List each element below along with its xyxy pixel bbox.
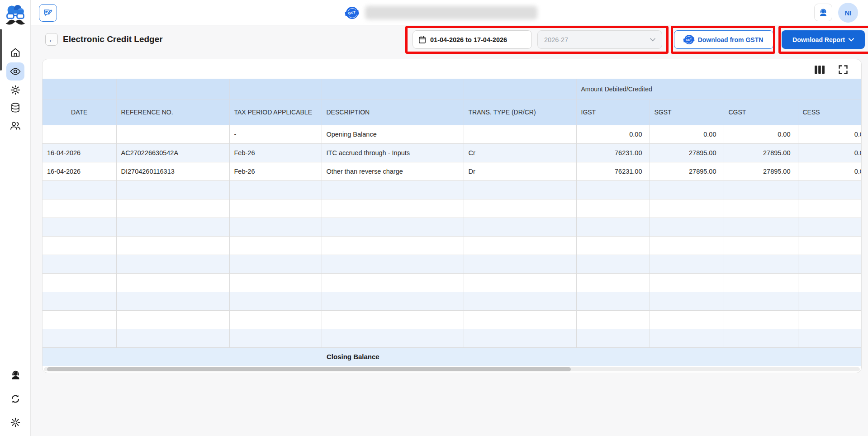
cell-cess: 0.00 (798, 125, 862, 144)
download-gstn-label: Download from GSTN (698, 36, 764, 43)
table-row[interactable]: 16-04-2026 DI2704260116313 Feb-26 Other … (43, 162, 862, 181)
table-row[interactable]: 16-04-2026 AC270226630542A Feb-26 ITC ac… (43, 144, 862, 162)
financial-year-value: 2026-27 (544, 36, 568, 43)
support-button[interactable] (814, 4, 832, 21)
chevron-down-icon (849, 38, 854, 42)
cell-sgst: 27895.00 (650, 162, 724, 181)
table-row[interactable]: - Opening Balance 0.00 0.00 0.00 0.00 (43, 125, 862, 144)
empty-row (43, 218, 862, 237)
cell-description: Opening Balance (322, 125, 464, 144)
sidebar-item-ledger-active[interactable] (6, 62, 24, 81)
columns-icon (815, 66, 825, 74)
cell-cess: 0.00 (798, 162, 862, 181)
horizontal-scrollbar (44, 367, 860, 371)
empty-row (43, 181, 862, 199)
back-button[interactable]: ← (45, 33, 58, 46)
ledger-table-wrapper: Amount Debited/Credited DATE REFERENCE N… (43, 79, 862, 368)
cell-date: 16-04-2026 (43, 162, 116, 181)
cell-date: 16-04-2026 (43, 144, 116, 162)
sidebar-item-settings[interactable] (6, 81, 24, 99)
horizontal-scrollbar-thumb[interactable] (47, 367, 571, 371)
empty-row (43, 199, 862, 218)
gear-icon (9, 84, 21, 96)
app-logo[interactable] (4, 3, 27, 28)
eye-icon (9, 66, 21, 77)
topbar: GST NI (31, 0, 868, 25)
col-cess[interactable]: CESS (798, 100, 862, 125)
cell-reference (116, 125, 229, 144)
empty-row (43, 255, 862, 274)
download-report-label: Download Report (792, 36, 845, 43)
download-from-gstn-button[interactable]: GST Download from GSTN (674, 30, 773, 49)
cell-igst: 0.00 (576, 125, 650, 144)
sidebar-item-users[interactable] (6, 117, 24, 135)
page-title: Electronic Credit Ledger (63, 34, 163, 44)
gst-badge-icon: GST (346, 7, 358, 19)
col-cgst[interactable]: CGST (724, 100, 798, 125)
cell-trans-type: Cr (464, 144, 576, 162)
group-header-row: Amount Debited/Credited (43, 79, 862, 100)
home-icon (9, 47, 21, 58)
cell-period: - (229, 125, 322, 144)
col-date[interactable]: DATE (43, 100, 116, 125)
calendar-icon (418, 36, 426, 44)
headset-person-icon (9, 369, 22, 381)
cell-igst: 76231.00 (576, 144, 650, 162)
column-settings-button[interactable] (814, 65, 825, 75)
cell-description: Other than reverse charge (322, 162, 464, 181)
sidebar-item-home[interactable] (6, 43, 24, 62)
col-igst[interactable]: IGST (576, 100, 650, 125)
financial-year-select[interactable]: 2026-27 (537, 30, 662, 49)
database-icon (9, 102, 21, 114)
cell-cgst: 27895.00 (724, 144, 798, 162)
cell-cgst: 27895.00 (724, 162, 798, 181)
col-description[interactable]: DESCRIPTION (322, 100, 464, 125)
column-header-row: DATE REFERENCE NO. TAX PERIOD APPLICABLE… (43, 100, 862, 125)
sidebar-item-sync[interactable] (6, 390, 24, 408)
sidebar-item-preferences[interactable] (6, 413, 24, 431)
empty-row (43, 329, 862, 348)
sidebar (0, 0, 31, 436)
sidebar-scrollbar[interactable] (0, 29, 2, 71)
sidebar-item-support[interactable] (6, 366, 24, 384)
download-report-button[interactable]: Download Report (782, 30, 865, 49)
headset-person-icon (818, 7, 829, 18)
chevron-down-icon (650, 38, 655, 42)
cell-period: Feb-26 (229, 162, 322, 181)
sidebar-item-data[interactable] (6, 99, 24, 117)
cell-description: ITC accrued through - Inputs (322, 144, 464, 162)
closing-balance-label: Closing Balance (43, 348, 862, 366)
group-header-amount: Amount Debited/Credited (576, 79, 862, 100)
cell-cess: 0.00 (798, 144, 862, 162)
empty-row (43, 274, 862, 292)
cell-sgst: 27895.00 (650, 144, 724, 162)
empty-row (43, 237, 862, 255)
user-avatar[interactable]: NI (838, 3, 858, 23)
col-trans-type[interactable]: TRANS. TYPE (DR/CR) (464, 100, 576, 125)
cell-cgst: 0.00 (724, 125, 798, 144)
ledger-card: Amount Debited/Credited DATE REFERENCE N… (42, 59, 862, 373)
cell-sgst: 0.00 (650, 125, 724, 144)
empty-row (43, 292, 862, 311)
users-icon (9, 120, 21, 132)
col-tax-period[interactable]: TAX PERIOD APPLICABLE (229, 100, 322, 125)
col-reference-no[interactable]: REFERENCE NO. (116, 100, 229, 125)
cell-period: Feb-26 (229, 144, 322, 162)
fullscreen-icon (839, 65, 848, 74)
cell-reference: AC270226630542A (116, 144, 229, 162)
gst-badge-icon: GST (684, 35, 694, 44)
gear-icon (9, 417, 21, 428)
cell-trans-type: Dr (464, 162, 576, 181)
compose-note-button[interactable] (39, 4, 57, 22)
cell-reference: DI2704260116313 (116, 162, 229, 181)
fullscreen-button[interactable] (838, 65, 849, 75)
date-range-value: 01-04-2026 to 17-04-2026 (430, 36, 507, 43)
closing-balance-row: Closing Balance (43, 348, 862, 366)
cell-trans-type (464, 125, 576, 144)
date-range-picker[interactable]: 01-04-2026 to 17-04-2026 (413, 30, 532, 49)
col-sgst[interactable]: SGST (650, 100, 724, 125)
cell-igst: 76231.00 (576, 162, 650, 181)
ledger-table: Amount Debited/Credited DATE REFERENCE N… (43, 79, 862, 366)
cell-date (43, 125, 116, 144)
chat-edit-icon (43, 8, 53, 18)
